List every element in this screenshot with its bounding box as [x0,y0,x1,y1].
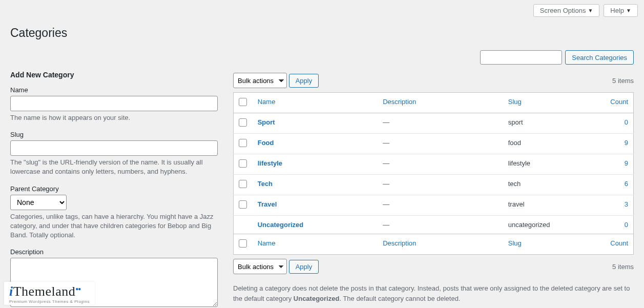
col-count[interactable]: Count [610,239,628,247]
search-input[interactable] [480,50,562,65]
table-row: lifestyle—lifestyle9 [234,154,634,175]
categories-table: Name Description Slug Count Sport—sport0… [233,92,634,255]
row-checkbox[interactable] [239,180,247,188]
parent-label: Parent Category [10,185,218,193]
category-name-link[interactable]: Food [258,139,274,147]
name-label: Name [10,86,218,94]
row-checkbox[interactable] [239,139,247,147]
slug-input[interactable] [10,140,218,156]
col-slug[interactable]: Slug [508,98,522,106]
slug-label: Slug [10,131,218,138]
table-row: Tech—tech6 [234,175,634,195]
search-button[interactable]: Search Categories [565,50,634,65]
bulk-actions-select-bottom[interactable]: Bulk actions [233,259,287,274]
page-title: Categories [10,26,634,40]
help-tab[interactable]: Help ▼ [604,4,638,17]
table-row: Uncategorized—uncategorized0 [234,216,634,234]
category-count-link[interactable]: 9 [625,139,628,147]
category-count-link[interactable]: 6 [625,180,628,188]
category-count-link[interactable]: 3 [625,200,628,208]
select-all-top[interactable] [239,98,247,106]
name-help: The name is how it appears on your site. [10,113,218,122]
category-name-link[interactable]: Sport [258,118,275,126]
select-all-bottom[interactable] [239,239,247,248]
category-slug: lifestyle [503,154,603,175]
row-checkbox[interactable] [239,200,247,209]
category-description: — [383,180,389,188]
col-description[interactable]: Description [383,239,416,247]
category-count-link[interactable]: 9 [625,159,628,167]
bulk-actions-select-top[interactable]: Bulk actions [233,73,287,88]
category-slug: travel [503,195,603,216]
table-row: Food—food9 [234,134,634,154]
brand-logo: iThemeland●● Premium Wordpress Themes & … [4,282,95,305]
add-new-heading: Add New Category [10,71,218,79]
caret-down-icon: ▼ [626,8,631,13]
category-name-link[interactable]: lifestyle [258,159,282,167]
category-count-link[interactable]: 0 [625,221,628,229]
delete-note: Deleting a category does not delete the … [233,283,634,303]
apply-button-top[interactable]: Apply [289,74,319,88]
parent-select[interactable]: None [10,195,67,210]
category-description: — [383,139,389,147]
apply-button-bottom[interactable]: Apply [289,260,319,274]
items-count-top: 5 items [612,77,634,85]
screen-options-label: Screen Options [540,7,586,14]
category-count-link[interactable]: 0 [625,118,628,126]
row-checkbox[interactable] [239,159,247,168]
col-slug[interactable]: Slug [508,239,522,247]
screen-options-tab[interactable]: Screen Options ▼ [533,4,600,17]
col-name[interactable]: Name [258,239,276,247]
description-label: Description [10,248,218,256]
name-input[interactable] [10,96,218,111]
col-description[interactable]: Description [383,98,416,106]
row-checkbox[interactable] [239,118,247,127]
category-description: — [383,118,389,126]
table-row: Travel—travel3 [234,195,634,216]
category-slug: uncategorized [503,216,603,234]
help-label: Help [610,7,624,14]
parent-help: Categories, unlike tags, can have a hier… [10,212,218,240]
items-count-bottom: 5 items [612,263,634,271]
category-name-link[interactable]: Uncategorized [258,221,304,229]
caret-down-icon: ▼ [588,8,593,13]
category-slug: sport [503,113,603,134]
col-count[interactable]: Count [610,98,628,106]
slug-help: The "slug" is the URL-friendly version o… [10,158,218,176]
category-slug: food [503,134,603,154]
category-description: — [383,221,389,229]
category-slug: tech [503,175,603,195]
category-description: — [383,159,389,167]
category-name-link[interactable]: Travel [258,200,277,208]
category-name-link[interactable]: Tech [258,180,273,188]
col-name[interactable]: Name [258,98,276,106]
table-row: Sport—sport0 [234,113,634,134]
category-description: — [383,200,389,208]
